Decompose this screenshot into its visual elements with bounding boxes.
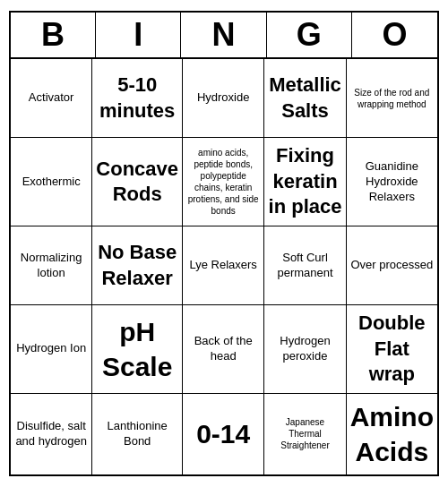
grid-cell-8: Fixing keratin in place [264, 138, 346, 226]
grid-cell-5: Exothermic [11, 138, 92, 226]
grid-cell-19: Double Flat wrap [347, 305, 437, 394]
grid-cell-6: Concave Rods [92, 138, 183, 226]
grid-cell-17: Back of the head [183, 305, 264, 394]
grid-cell-21: Lanthionine Bond [92, 394, 183, 474]
grid-cell-23: Japanese Thermal Straightener [264, 394, 346, 474]
grid-cell-12: Lye Relaxers [183, 226, 264, 305]
header-letter-n: N [181, 13, 266, 57]
bingo-grid: Activator5-10 minutesHydroxideMetallic S… [11, 59, 437, 474]
grid-cell-11: No Base Relaxer [92, 226, 183, 305]
grid-cell-7: amino acids, peptide bonds, polypeptide … [183, 138, 264, 226]
header-letter-o: O [352, 13, 437, 57]
grid-cell-18: Hydrogen peroxide [264, 305, 346, 394]
grid-cell-13: Soft Curl permanent [264, 226, 346, 305]
grid-cell-20: Disulfide, salt and hydrogen [11, 394, 92, 474]
grid-cell-16: pH Scale [92, 305, 183, 394]
header-letter-g: G [267, 13, 352, 57]
bingo-header: BINGO [11, 13, 437, 59]
grid-cell-0: Activator [11, 59, 92, 138]
bingo-card: BINGO Activator5-10 minutesHydroxideMeta… [9, 11, 439, 476]
grid-cell-2: Hydroxide [183, 59, 264, 138]
grid-cell-15: Hydrogen Ion [11, 305, 92, 394]
grid-cell-4: Size of the rod and wrapping method [347, 59, 437, 138]
grid-cell-10: Normalizing lotion [11, 226, 92, 305]
grid-cell-22: 0-14 [183, 394, 264, 474]
grid-cell-1: 5-10 minutes [92, 59, 183, 138]
grid-cell-14: Over processed [347, 226, 437, 305]
header-letter-b: B [11, 13, 96, 57]
header-letter-i: I [96, 13, 181, 57]
grid-cell-24: Amino Acids [347, 394, 437, 474]
grid-cell-9: Guanidine Hydroxide Relaxers [347, 138, 437, 226]
grid-cell-3: Metallic Salts [264, 59, 346, 138]
